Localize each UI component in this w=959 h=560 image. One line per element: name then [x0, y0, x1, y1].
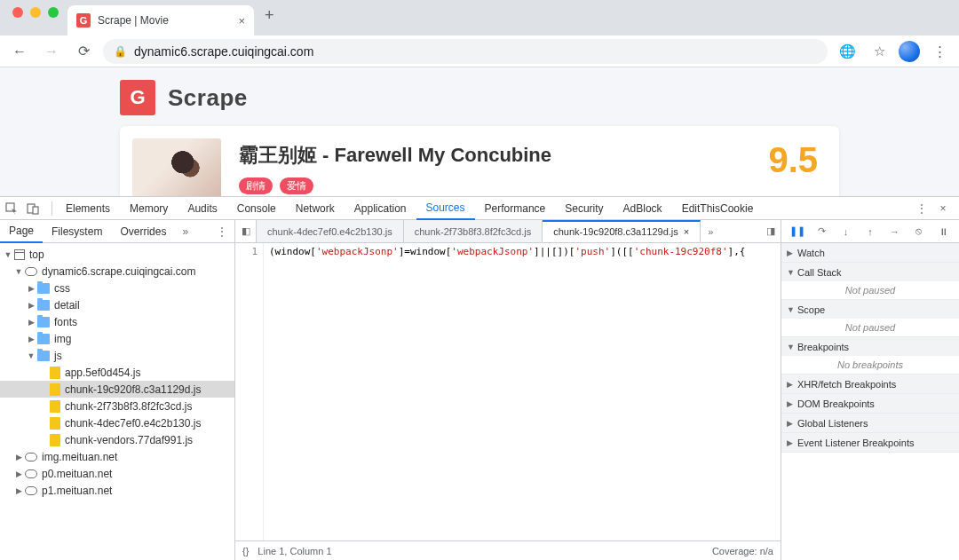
profile-avatar[interactable] [899, 41, 920, 62]
tab-adblock[interactable]: AdBlock [614, 197, 672, 220]
minimize-window-button[interactable] [30, 7, 41, 18]
devtools-close-icon[interactable]: × [932, 202, 954, 215]
js-file-icon [50, 417, 60, 430]
dom-breakpoints-section[interactable]: ▶DOM Breakpoints [781, 394, 959, 414]
tree-cloud-p0[interactable]: ▶p0.meituan.net [0, 465, 234, 482]
back-button[interactable]: ← [7, 39, 32, 64]
pause-exceptions-button[interactable]: ⏸ [935, 226, 951, 237]
inspect-element-icon[interactable] [5, 202, 27, 215]
movie-card: 霸王别姬 - Farewell My Concubine 剧情 爱情 9.5 [120, 126, 839, 196]
file-tab-chunk4dec[interactable]: chunk-4dec7ef0.e4c2b130.js [257, 220, 404, 243]
deactivate-breakpoints-button[interactable]: ⦸ [911, 225, 927, 237]
tab-elements[interactable]: Elements [56, 197, 120, 220]
tree-file-chunk19c[interactable]: chunk-19c920f8.c3a1129d.js [0, 381, 234, 398]
tree-folder-fonts[interactable]: ▶fonts [0, 313, 234, 330]
breakpoints-body: No breakpoints [781, 356, 959, 374]
close-tab-icon[interactable]: × [238, 14, 245, 28]
tab-title: Scrape | Movie [98, 14, 231, 27]
movie-tags: 剧情 爱情 [239, 177, 750, 194]
chrome-tab-strip: G Scrape | Movie × + [0, 0, 959, 35]
bookmark-star-icon[interactable]: ☆ [867, 39, 892, 64]
step-out-button[interactable]: ↑ [862, 226, 878, 237]
tree-cloud-img[interactable]: ▶img.meituan.net [0, 448, 234, 465]
toggle-debugger-icon[interactable]: ◨ [761, 225, 781, 237]
watch-section[interactable]: ▶Watch [781, 243, 959, 263]
callstack-section[interactable]: ▼Call Stack Not paused [781, 263, 959, 300]
tab-sources[interactable]: Sources [416, 197, 475, 220]
tab-performance[interactable]: Performance [475, 197, 556, 220]
nav-tab-filesystem[interactable]: Filesystem [43, 220, 111, 243]
code-area[interactable]: 1 (window['webpackJsonp']=window['webpac… [235, 243, 781, 540]
step-over-button[interactable]: ↷ [813, 225, 829, 237]
device-toolbar-icon[interactable] [27, 202, 48, 215]
navigator-tabs: Page Filesystem Overrides » ⋮ [0, 220, 234, 243]
pause-button[interactable]: ❚❚ [789, 225, 805, 237]
file-tab-chunk2f7[interactable]: chunk-2f73b8f3.8f2fc3cd.js [404, 220, 543, 243]
breakpoints-section[interactable]: ▼Breakpoints No breakpoints [781, 337, 959, 375]
nav-menu-icon[interactable]: ⋮ [210, 225, 234, 238]
cloud-icon [25, 469, 37, 478]
js-file-icon [50, 400, 60, 413]
step-button[interactable]: → [886, 226, 902, 237]
code-line[interactable]: (window['webpackJsonp']=window['webpackJ… [264, 243, 750, 540]
folder-icon [37, 317, 50, 327]
pretty-print-icon[interactable]: {} [242, 546, 249, 556]
tree-file-chunk2f7[interactable]: chunk-2f73b8f3.8f2fc3cd.js [0, 398, 234, 414]
new-tab-button[interactable]: + [254, 6, 285, 30]
xhr-breakpoints-section[interactable]: ▶XHR/fetch Breakpoints [781, 375, 959, 394]
global-listeners-section[interactable]: ▶Global Listeners [781, 414, 959, 433]
tree-folder-img[interactable]: ▶img [0, 330, 234, 347]
tree-cloud-p1[interactable]: ▶p1.meituan.net [0, 482, 234, 499]
folder-icon [37, 300, 50, 311]
maximize-window-button[interactable] [48, 7, 59, 18]
close-window-button[interactable] [12, 7, 23, 18]
tab-security[interactable]: Security [555, 197, 613, 220]
scope-section[interactable]: ▼Scope Not paused [781, 300, 959, 337]
nav-tab-page[interactable]: Page [0, 220, 43, 243]
tab-application[interactable]: Application [345, 197, 416, 220]
tab-audits[interactable]: Audits [178, 197, 226, 220]
tree-folder-js[interactable]: ▼js [0, 347, 234, 364]
svg-rect-2 [33, 207, 38, 214]
movie-poster[interactable] [132, 138, 221, 196]
tree-file-app[interactable]: app.5ef0d454.js [0, 364, 234, 381]
tree-file-chunk4dec[interactable]: chunk-4dec7ef0.e4c2b130.js [0, 414, 234, 431]
cloud-icon [25, 486, 37, 495]
tree-top[interactable]: ▼top [0, 246, 234, 263]
address-bar[interactable]: 🔒 dynamic6.scrape.cuiqingcai.com [103, 39, 828, 64]
tab-network[interactable]: Network [286, 197, 345, 220]
devtools-tab-bar: Elements Memory Audits Console Network A… [0, 197, 959, 220]
tree-domain[interactable]: ▼dynamic6.scrape.cuiqingcai.com [0, 263, 234, 280]
nav-tab-overrides[interactable]: Overrides [111, 220, 175, 243]
forward-button[interactable]: → [39, 39, 64, 64]
tab-memory[interactable]: Memory [120, 197, 178, 220]
tree-file-vendors[interactable]: chunk-vendors.77daf991.js [0, 431, 234, 448]
movie-score: 9.5 [768, 140, 818, 180]
toggle-navigator-icon[interactable]: ◧ [235, 220, 257, 242]
close-file-icon[interactable]: × [684, 226, 689, 237]
browser-tab[interactable]: G Scrape | Movie × [67, 5, 254, 35]
file-tab-chunk19c[interactable]: chunk-19c920f8.c3a1129d.js× [543, 220, 701, 243]
file-tree: ▼top ▼dynamic6.scrape.cuiqingcai.com ▶cs… [0, 243, 234, 560]
tree-folder-detail[interactable]: ▶detail [0, 296, 234, 313]
translate-icon[interactable]: 🌐 [835, 39, 860, 64]
file-tabs-overflow-icon[interactable]: » [701, 226, 720, 237]
callstack-body: Not paused [781, 281, 959, 299]
site-name: Scrape [168, 84, 248, 112]
step-into-button[interactable]: ↓ [838, 226, 854, 237]
tab-console[interactable]: Console [227, 197, 286, 220]
chrome-menu-icon[interactable]: ⋮ [927, 39, 952, 64]
lock-icon: 🔒 [114, 45, 127, 58]
devtools-menu-icon[interactable]: ⋮ [911, 202, 932, 215]
sources-navigator: Page Filesystem Overrides » ⋮ ▼top ▼dyna… [0, 220, 235, 560]
cursor-position: Line 1, Column 1 [258, 546, 331, 556]
tag-romance[interactable]: 爱情 [280, 177, 313, 194]
page-content: G Scrape 霸王别姬 - Farewell My Concubine 剧情… [0, 67, 959, 196]
tag-drama[interactable]: 剧情 [239, 177, 273, 194]
reload-button[interactable]: ⟳ [71, 39, 96, 64]
tab-editthiscookie[interactable]: EditThisCookie [672, 197, 764, 220]
site-logo[interactable]: G [120, 80, 155, 115]
tree-folder-css[interactable]: ▶css [0, 280, 234, 296]
nav-more-icon[interactable]: » [175, 225, 195, 238]
event-listener-breakpoints-section[interactable]: ▶Event Listener Breakpoints [781, 433, 959, 453]
